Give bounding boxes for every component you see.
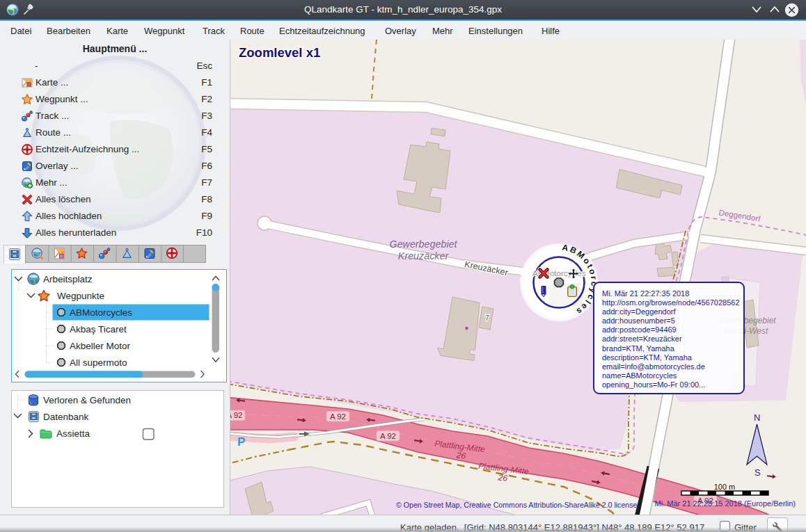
svg-text:N: N <box>754 412 760 423</box>
svg-text:P: P <box>237 435 245 449</box>
svg-text:S: S <box>754 467 761 478</box>
svg-text:Mi. Mär 21 22:28:15 2018 (Euro: Mi. Mär 21 22:28:15 2018 (Europe/Berlin) <box>655 499 796 508</box>
svg-text:100 m: 100 m <box>714 483 736 491</box>
svg-text:Zoomlevel x1: Zoomlevel x1 <box>239 45 320 60</box>
svg-text:A 92: A 92 <box>230 411 243 419</box>
svg-text:7: 7 <box>485 314 489 322</box>
svg-text:A 92: A 92 <box>380 432 396 440</box>
svg-text:A 92: A 92 <box>330 412 346 421</box>
svg-text:Gewerbegebiet: Gewerbegebiet <box>390 239 458 250</box>
svg-text:© Open Street Map, Creative Co: © Open Street Map, Creative Commons Attr… <box>396 501 637 509</box>
svg-text:26: 26 <box>455 450 466 461</box>
svg-text:Kreuzäcker: Kreuzäcker <box>398 250 450 261</box>
svg-text:26: 26 <box>497 472 508 483</box>
svg-text:Deggendorf: Deggendorf <box>718 208 761 223</box>
